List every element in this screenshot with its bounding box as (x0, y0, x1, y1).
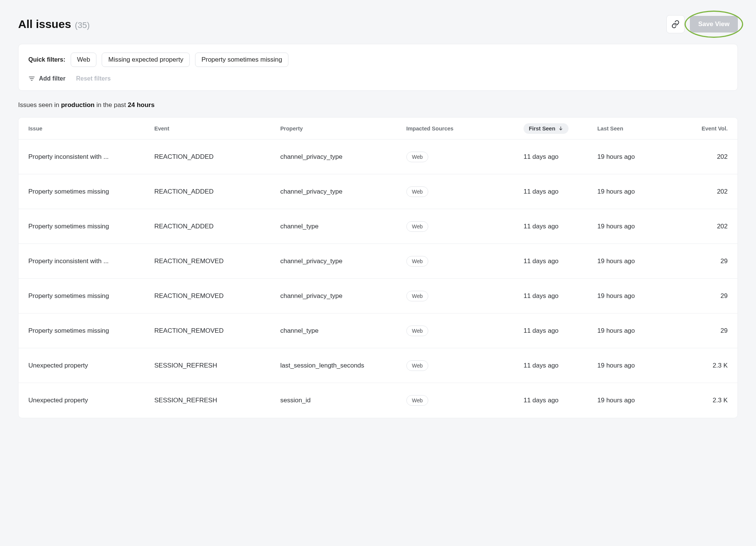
cell-last-seen: 19 hours ago (597, 292, 671, 300)
cell-issue: Property inconsistent with ... (28, 153, 154, 161)
cell-issue: Property sometimes missing (28, 188, 154, 195)
page-title: All issues (18, 18, 71, 31)
cell-first-seen: 11 days ago (524, 292, 597, 300)
cell-property: session_id (280, 397, 406, 404)
table-row[interactable]: Property sometimes missingREACTION_REMOV… (19, 313, 737, 348)
col-volume[interactable]: Event Vol. (702, 126, 728, 132)
add-filter-button[interactable]: Add filter (28, 75, 65, 82)
cell-issue: Unexpected property (28, 397, 154, 404)
cell-volume: 2.3 K (713, 397, 728, 404)
cell-property: channel_type (280, 223, 406, 230)
cell-last-seen: 19 hours ago (597, 223, 671, 230)
cell-event: REACTION_REMOVED (154, 257, 280, 265)
source-badge: Web (406, 395, 429, 406)
cell-volume: 2.3 K (713, 362, 728, 369)
cell-last-seen: 19 hours ago (597, 397, 671, 404)
cell-last-seen: 19 hours ago (597, 153, 671, 161)
cell-event: SESSION_REFRESH (154, 362, 280, 369)
add-filter-label: Add filter (39, 75, 65, 82)
cell-issue: Property sometimes missing (28, 292, 154, 300)
filter-chip[interactable]: Missing expected property (102, 53, 189, 67)
col-event[interactable]: Event (154, 126, 280, 132)
cell-volume: 29 (720, 292, 728, 300)
cell-first-seen: 11 days ago (524, 257, 597, 265)
table-header: Issue Event Property Impacted Sources Fi… (19, 118, 737, 140)
cell-property: last_session_length_seconds (280, 362, 406, 369)
copy-link-button[interactable] (666, 15, 685, 33)
cell-event: REACTION_ADDED (154, 153, 280, 161)
cell-volume: 29 (720, 257, 728, 265)
cell-volume: 202 (717, 223, 728, 230)
quick-filters-label: Quick filters: (28, 56, 65, 63)
context-env: production (61, 101, 94, 109)
page-header: All issues (35) Save View (18, 15, 738, 33)
cell-first-seen: 11 days ago (524, 327, 597, 335)
cell-event: SESSION_REFRESH (154, 397, 280, 404)
cell-last-seen: 19 hours ago (597, 362, 671, 369)
cell-last-seen: 19 hours ago (597, 327, 671, 335)
table-row[interactable]: Property sometimes missingREACTION_ADDED… (19, 209, 737, 244)
source-badge: Web (406, 326, 429, 336)
filter-chip[interactable]: Property sometimes missing (195, 53, 289, 67)
cell-property: channel_type (280, 327, 406, 335)
arrow-down-icon (558, 126, 563, 131)
cell-event: REACTION_REMOVED (154, 292, 280, 300)
cell-sources: Web (406, 221, 524, 232)
cell-last-seen: 19 hours ago (597, 257, 671, 265)
cell-property: channel_privacy_type (280, 257, 406, 265)
source-badge: Web (406, 221, 429, 232)
cell-property: channel_privacy_type (280, 153, 406, 161)
cell-sources: Web (406, 395, 524, 406)
col-property[interactable]: Property (280, 126, 406, 132)
cell-first-seen: 11 days ago (524, 397, 597, 404)
cell-issue: Unexpected property (28, 362, 154, 369)
filters-panel: Quick filters: WebMissing expected prope… (18, 44, 738, 91)
reset-filters-button[interactable]: Reset filters (76, 75, 111, 82)
filter-icon (28, 75, 35, 82)
cell-sources: Web (406, 291, 524, 301)
cell-first-seen: 11 days ago (524, 223, 597, 230)
table-row[interactable]: Property sometimes missingREACTION_REMOV… (19, 279, 737, 313)
cell-property: channel_privacy_type (280, 292, 406, 300)
cell-volume: 202 (717, 153, 728, 161)
source-badge: Web (406, 360, 429, 371)
cell-first-seen: 11 days ago (524, 362, 597, 369)
cell-sources: Web (406, 326, 524, 336)
cell-sources: Web (406, 360, 524, 371)
cell-property: channel_privacy_type (280, 188, 406, 195)
cell-sources: Web (406, 186, 524, 197)
col-sources[interactable]: Impacted Sources (406, 126, 524, 132)
col-first-seen[interactable]: First Seen (524, 123, 569, 134)
cell-event: REACTION_ADDED (154, 188, 280, 195)
cell-first-seen: 11 days ago (524, 188, 597, 195)
cell-sources: Web (406, 152, 524, 162)
page-count: (35) (75, 20, 90, 30)
cell-volume: 29 (720, 327, 728, 335)
cell-volume: 202 (717, 188, 728, 195)
cell-last-seen: 19 hours ago (597, 188, 671, 195)
cell-first-seen: 11 days ago (524, 153, 597, 161)
source-badge: Web (406, 291, 429, 301)
context-range: 24 hours (128, 101, 155, 109)
table-row[interactable]: Property inconsistent with ...REACTION_A… (19, 140, 737, 174)
table-row[interactable]: Unexpected propertySESSION_REFRESHlast_s… (19, 348, 737, 383)
context-mid: in the past (94, 101, 128, 109)
table-row[interactable]: Property inconsistent with ...REACTION_R… (19, 244, 737, 279)
col-issue[interactable]: Issue (28, 126, 154, 132)
cell-event: REACTION_REMOVED (154, 327, 280, 335)
cell-event: REACTION_ADDED (154, 223, 280, 230)
cell-issue: Property sometimes missing (28, 223, 154, 230)
filter-chip[interactable]: Web (71, 53, 97, 67)
table-row[interactable]: Unexpected propertySESSION_REFRESHsessio… (19, 383, 737, 418)
issues-table: Issue Event Property Impacted Sources Fi… (18, 117, 738, 418)
col-last-seen[interactable]: Last Seen (597, 126, 671, 132)
cell-issue: Property sometimes missing (28, 327, 154, 335)
context-prefix: Issues seen in (18, 101, 61, 109)
cell-issue: Property inconsistent with ... (28, 257, 154, 265)
table-row[interactable]: Property sometimes missingREACTION_ADDED… (19, 174, 737, 209)
cell-sources: Web (406, 256, 524, 267)
context-summary: Issues seen in production in the past 24… (18, 101, 738, 109)
source-badge: Web (406, 152, 429, 162)
source-badge: Web (406, 256, 429, 267)
save-view-button[interactable]: Save View (690, 16, 738, 33)
